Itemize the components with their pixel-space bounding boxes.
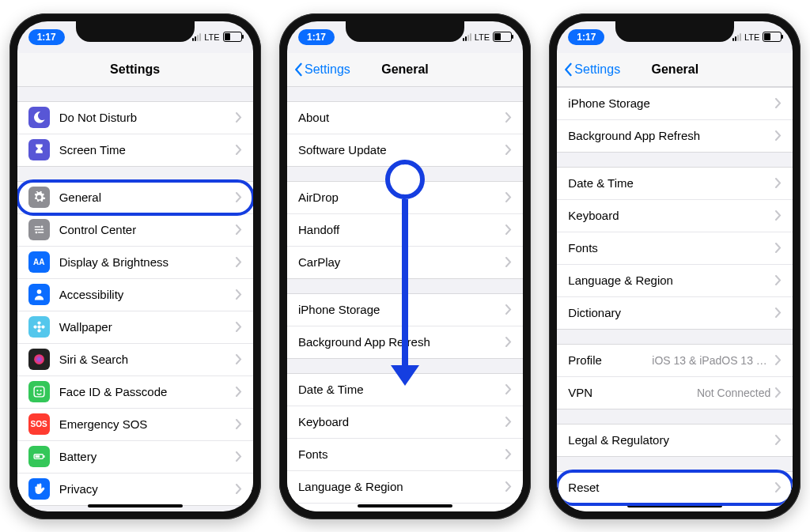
row-dictionary[interactable]: Dictionary	[557, 297, 793, 329]
row-privacy[interactable]: Privacy	[17, 474, 253, 505]
chevron-right-icon	[505, 257, 512, 267]
airdrop-label: AirDrop	[298, 191, 505, 204]
row-faceid[interactable]: Face ID & Passcode	[17, 376, 253, 409]
phone-2: 1:17 LTE SettingsGeneral About Software …	[279, 13, 531, 519]
row-iphone-storage[interactable]: iPhone Storage	[287, 294, 523, 326]
notch	[76, 21, 195, 42]
status-time: 1:17	[298, 29, 335, 45]
row-do-not-disturb[interactable]: Do Not Disturb	[17, 102, 253, 134]
row-keyboard[interactable]: Keyboard	[557, 200, 793, 232]
row-general[interactable]: General	[17, 182, 253, 214]
row-fonts[interactable]: Fonts	[557, 232, 793, 265]
screen: 1:17 LTE Settings Do Not Disturb Screen …	[17, 21, 253, 511]
row-reset[interactable]: Reset	[557, 472, 793, 504]
home-indicator[interactable]	[358, 504, 452, 507]
row-battery[interactable]: Battery	[17, 441, 253, 474]
display-label: Display & Brightness	[59, 255, 236, 269]
home-indicator[interactable]	[88, 504, 183, 507]
phone-1: 1:17 LTE Settings Do Not Disturb Screen …	[9, 13, 261, 519]
row-vpn[interactable]: VPNNot Connected	[557, 377, 793, 409]
row-carplay[interactable]: CarPlay	[287, 247, 523, 278]
privacy-icon	[28, 478, 50, 500]
svg-point-7	[41, 325, 44, 328]
chevron-right-icon	[505, 145, 512, 155]
wallpaper-label: Wallpaper	[59, 320, 236, 334]
chevron-right-icon	[775, 98, 782, 108]
chevron-right-icon	[236, 354, 242, 364]
battery-icon	[28, 446, 50, 467]
chevron-right-icon	[236, 257, 242, 267]
row-about[interactable]: About	[287, 102, 523, 134]
row-sos[interactable]: SOSEmergency SOS	[17, 409, 253, 441]
accessibility-icon	[28, 284, 50, 305]
chevron-right-icon	[775, 387, 782, 398]
row-keyboard[interactable]: Keyboard	[287, 406, 523, 439]
home-indicator[interactable]	[627, 504, 722, 507]
carplay-label: CarPlay	[298, 255, 505, 269]
row-wallpaper[interactable]: Wallpaper	[17, 311, 253, 344]
keyboard-label: Keyboard	[568, 209, 775, 222]
faceid-icon	[28, 381, 50, 402]
group-0: Do Not Disturb Screen Time	[17, 101, 253, 167]
group-0: iPhone Storage Background App Refresh	[557, 87, 793, 153]
row-screen-time[interactable]: Screen Time	[17, 134, 253, 166]
screen-time-label: Screen Time	[59, 143, 236, 157]
fonts-label: Fonts	[298, 447, 505, 461]
chevron-right-icon	[775, 243, 782, 253]
chevron-right-icon	[505, 337, 512, 347]
row-software-update[interactable]: Software Update	[287, 134, 523, 166]
signal-icon	[463, 33, 471, 41]
carrier-label: LTE	[204, 32, 219, 42]
control-center-icon	[28, 219, 50, 240]
chevron-right-icon	[505, 224, 512, 235]
row-bg-refresh[interactable]: Background App Refresh	[287, 326, 523, 358]
chevron-right-icon	[236, 387, 242, 397]
row-legal[interactable]: Legal & Regulatory	[557, 424, 793, 456]
navbar: SettingsGeneral	[287, 53, 523, 87]
row-lang-region[interactable]: Language & Region	[557, 265, 793, 297]
row-iphone-storage[interactable]: iPhone Storage	[557, 88, 793, 120]
chevron-right-icon	[505, 192, 512, 202]
back-label: Settings	[305, 62, 350, 77]
page-title: General	[381, 62, 429, 77]
row-fonts[interactable]: Fonts	[287, 439, 523, 471]
chevron-right-icon	[505, 417, 512, 427]
chevron-left-icon	[293, 62, 303, 77]
back-button[interactable]: Settings	[293, 62, 350, 77]
chevron-right-icon	[775, 435, 782, 445]
faceid-label: Face ID & Passcode	[59, 385, 236, 398]
row-airdrop[interactable]: AirDrop	[287, 182, 523, 214]
row-accessibility[interactable]: Accessibility	[17, 279, 253, 311]
row-control-center[interactable]: Control Center	[17, 214, 253, 247]
row-profile[interactable]: ProfileiOS 13 & iPadOS 13 Beta Softwar..…	[557, 345, 793, 377]
row-date-time[interactable]: Date & Time	[287, 374, 523, 406]
control-center-label: Control Center	[59, 223, 236, 236]
chevron-right-icon	[236, 224, 242, 235]
group-1: Date & Time Keyboard Fonts Language & Re…	[557, 167, 793, 330]
settings-list[interactable]: About Software Update AirDrop Handoff Ca…	[287, 87, 523, 511]
chevron-right-icon	[236, 145, 242, 155]
row-siri[interactable]: Siri & Search	[17, 344, 253, 376]
svg-point-2	[36, 289, 41, 294]
group-0: About Software Update	[287, 101, 523, 167]
chevron-right-icon	[775, 210, 782, 221]
navbar: Settings	[17, 53, 253, 87]
profile-detail: iOS 13 & iPadOS 13 Beta Softwar...	[652, 354, 770, 367]
settings-list[interactable]: iPhone Storage Background App Refresh Da…	[557, 87, 793, 511]
do-not-disturb-icon	[28, 107, 50, 128]
chevron-right-icon	[236, 484, 242, 494]
iphone-storage-label: iPhone Storage	[568, 96, 775, 110]
settings-list[interactable]: Do Not Disturb Screen Time General Contr…	[17, 87, 253, 506]
chevron-right-icon	[236, 322, 242, 332]
row-date-time[interactable]: Date & Time	[557, 168, 793, 200]
signal-icon	[192, 33, 201, 41]
legal-label: Legal & Regulatory	[568, 433, 775, 447]
back-button[interactable]: Settings	[563, 62, 620, 77]
row-lang-region[interactable]: Language & Region	[287, 471, 523, 504]
row-bg-refresh[interactable]: Background App Refresh	[557, 120, 793, 152]
row-handoff[interactable]: Handoff	[287, 214, 523, 247]
reset-label: Reset	[568, 481, 775, 494]
svg-point-6	[33, 325, 36, 328]
signal-icon	[732, 33, 741, 41]
row-display[interactable]: AADisplay & Brightness	[17, 247, 253, 279]
